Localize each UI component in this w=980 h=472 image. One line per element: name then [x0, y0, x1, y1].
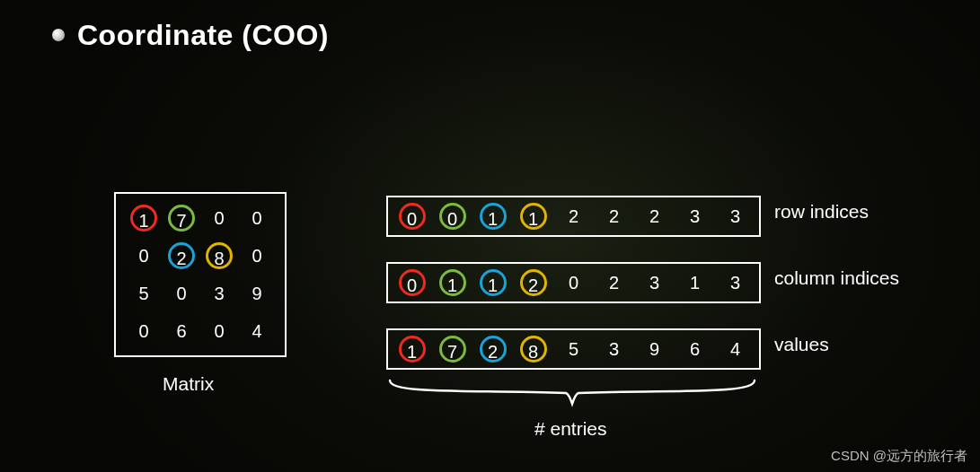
values-label: values	[774, 334, 829, 355]
matrix-cell-r1-c1: 2	[168, 242, 195, 269]
matrix-cell-r2-c2: 3	[206, 280, 233, 307]
col-cell-7: 1	[682, 269, 709, 296]
matrix-cell-r0-c2: 0	[206, 205, 233, 232]
row-cell-3: 1	[520, 203, 547, 230]
matrix-cell-r2-c1: 0	[168, 280, 195, 307]
col-cell-0: 0	[399, 269, 426, 296]
values-cell-6: 9	[641, 336, 668, 363]
row-cell-6: 2	[641, 203, 668, 230]
entries-label: # entries	[534, 418, 607, 440]
values-cell-7: 6	[682, 336, 709, 363]
row-cell-0: 0	[399, 203, 426, 230]
row-label: row indices	[774, 201, 869, 223]
row-cell-5: 2	[601, 203, 628, 230]
matrix-cell-r3-c2: 0	[206, 318, 233, 345]
row-array: 001122233	[386, 196, 761, 237]
matrix-cell-r2-c3: 9	[243, 280, 270, 307]
col-cell-3: 2	[520, 269, 547, 296]
matrix-cell-r3-c3: 4	[243, 318, 270, 345]
values-cell-8: 4	[722, 336, 749, 363]
values-array: 172853964	[386, 328, 761, 370]
matrix-cell-r1-c3: 0	[243, 242, 270, 269]
col-cell-4: 0	[561, 269, 587, 296]
values-cell-4: 5	[561, 336, 587, 363]
values-cell-1: 7	[439, 336, 466, 363]
matrix-label: Matrix	[163, 373, 214, 395]
row-cell-7: 3	[682, 203, 709, 230]
col-cell-1: 1	[439, 269, 466, 296]
matrix-cell-r3-c0: 0	[130, 318, 157, 345]
watermark: CSDN @远方的旅行者	[831, 448, 967, 465]
row-cell-1: 0	[439, 203, 466, 230]
row-cell-4: 2	[561, 203, 587, 230]
matrix-cell-r0-c0: 1	[130, 205, 157, 232]
row-cell-2: 1	[480, 203, 507, 230]
values-cell-2: 2	[480, 336, 507, 363]
row-cell-8: 3	[722, 203, 749, 230]
col-cell-5: 2	[601, 269, 628, 296]
col-cell-2: 1	[480, 269, 507, 296]
bullet-icon	[52, 29, 65, 41]
matrix-cell-r1-c2: 8	[206, 242, 233, 269]
values-cell-3: 8	[520, 336, 547, 363]
matrix-cell-r0-c1: 7	[168, 205, 195, 232]
slide-title: Coordinate (COO)	[77, 19, 329, 52]
matrix-cell-r0-c3: 0	[243, 205, 270, 232]
col-array: 011202313	[386, 262, 761, 303]
brace-icon	[386, 377, 758, 413]
dense-matrix: 1700028050390604	[114, 192, 287, 357]
col-cell-6: 3	[641, 269, 668, 296]
values-cell-0: 1	[399, 336, 426, 363]
matrix-cell-r1-c0: 0	[130, 242, 157, 269]
matrix-cell-r3-c1: 6	[168, 318, 195, 345]
matrix-cell-r2-c0: 5	[130, 280, 157, 307]
col-cell-8: 3	[722, 269, 749, 296]
col-label: column indices	[774, 267, 899, 289]
values-cell-5: 3	[601, 336, 628, 363]
